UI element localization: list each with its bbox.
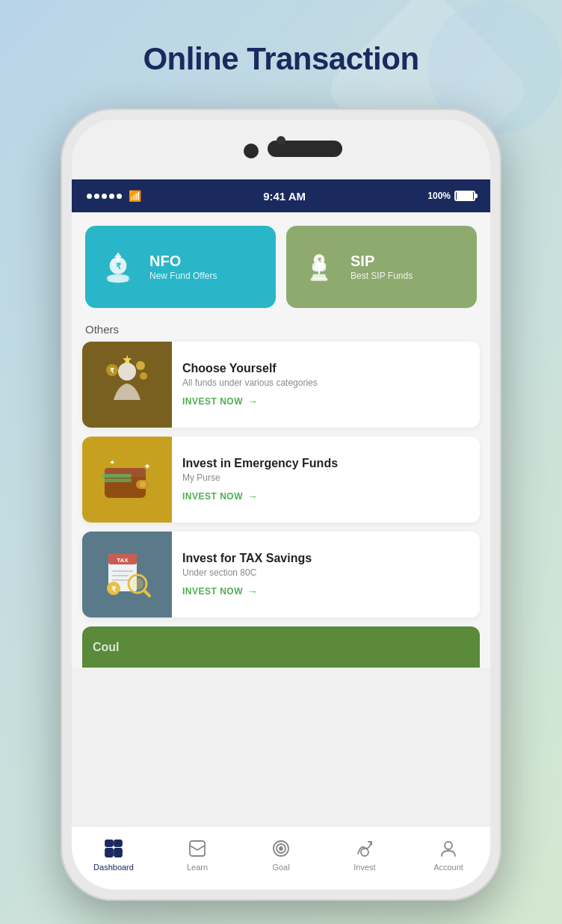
list-item[interactable]: ₹ Choose Yourself All funds under variou…	[82, 342, 480, 428]
arrow-icon: →	[247, 395, 259, 407]
goal-label: Goal	[272, 863, 289, 872]
svg-line-32	[144, 591, 149, 596]
emergency-item-body: Invest in Emergency Funds My Purse INVES…	[172, 437, 348, 523]
invest-label: Invest	[353, 863, 375, 872]
svg-rect-28	[112, 575, 129, 576]
sidebar-item-account[interactable]: Account	[407, 838, 490, 872]
svg-rect-3	[311, 278, 328, 281]
battery-icon	[454, 191, 475, 201]
sidebar-item-goal[interactable]: Goal	[239, 838, 323, 872]
page-title: Online Transaction	[0, 41, 562, 77]
svg-rect-20	[103, 478, 132, 482]
tax-title: Invest for TAX Savings	[182, 552, 312, 565]
nfo-card[interactable]: ₹ NFO New Fund Offers	[85, 226, 276, 308]
goal-icon	[271, 838, 291, 859]
tax-item-body: Invest for TAX Savings Under section 80C…	[172, 532, 322, 617]
sip-title: SIP	[351, 253, 413, 269]
partial-item-text: Coul	[93, 641, 120, 654]
dashboard-label: Dashboard	[93, 863, 134, 872]
learn-label: Learn	[187, 863, 208, 872]
svg-point-9	[118, 363, 136, 381]
svg-point-18	[140, 481, 146, 487]
svg-rect-19	[102, 474, 132, 478]
svg-text:✦: ✦	[109, 458, 115, 466]
nfo-subtitle: New Fund Offers	[149, 271, 217, 281]
tax-icon: TAX RETURN ₹	[82, 532, 172, 617]
wifi-icon: 📶	[129, 190, 141, 202]
arrow-icon: →	[247, 490, 259, 502]
nfo-card-text: NFO New Fund Offers	[149, 253, 217, 281]
svg-rect-37	[105, 848, 113, 857]
sip-card[interactable]: ₹ SIP Best SIP Funds	[286, 226, 477, 308]
svg-text:TAX: TAX	[117, 557, 129, 564]
svg-text:✦: ✦	[143, 461, 151, 472]
choose-icon: ₹	[82, 342, 172, 428]
emergency-icon: ✦ ✦	[82, 437, 172, 523]
svg-point-12	[136, 361, 145, 370]
svg-text:RETURN: RETURN	[111, 564, 133, 570]
arrow-icon: →	[247, 585, 259, 597]
sip-card-text: SIP Best SIP Funds	[351, 253, 413, 281]
others-label: Others	[72, 315, 490, 342]
svg-rect-38	[114, 848, 122, 857]
choose-subtitle: All funds under various categories	[182, 378, 318, 388]
bottom-nav: Dashboard Learn	[72, 826, 490, 890]
status-bar: 📶 9:41 AM 100%	[72, 179, 490, 212]
svg-rect-39	[190, 841, 205, 856]
app-content: ₹ NFO New Fund Offers	[72, 212, 490, 668]
svg-rect-35	[105, 840, 113, 846]
tax-cta-text: INVEST NOW	[182, 586, 243, 597]
svg-text:₹: ₹	[111, 585, 117, 594]
account-label: Account	[433, 863, 463, 872]
emergency-subtitle: My Purse	[182, 472, 338, 483]
learn-icon	[187, 838, 208, 859]
tax-invest-btn[interactable]: INVEST NOW →	[182, 585, 312, 597]
svg-rect-27	[112, 570, 133, 572]
front-camera-icon	[244, 144, 259, 158]
choose-invest-btn[interactable]: INVEST NOW →	[182, 395, 318, 407]
choose-title: Choose Yourself	[182, 362, 318, 375]
svg-text:₹: ₹	[116, 262, 122, 271]
dashboard-icon	[103, 838, 124, 859]
list-item[interactable]: ✦ ✦ Invest in Emergency Funds My Purse I…	[82, 437, 480, 523]
list-container: ₹ Choose Yourself All funds under variou…	[72, 342, 490, 617]
sidebar-item-learn[interactable]: Learn	[155, 838, 239, 872]
svg-point-42	[280, 847, 282, 850]
sidebar-item-invest[interactable]: Invest	[323, 838, 407, 872]
list-item[interactable]: TAX RETURN ₹	[82, 532, 480, 617]
svg-point-43	[361, 848, 368, 856]
signal-area: 📶	[87, 190, 141, 202]
svg-text:₹: ₹	[110, 367, 114, 375]
phone-top-bar	[72, 120, 490, 179]
partial-list-item: Coul	[82, 626, 480, 668]
battery-area: 100%	[427, 191, 475, 201]
camera-dot-icon	[277, 136, 285, 145]
svg-rect-36	[114, 840, 122, 846]
status-time: 9:41 AM	[263, 190, 306, 203]
nfo-title: NFO	[149, 253, 217, 269]
svg-point-13	[140, 372, 147, 380]
account-icon	[438, 838, 459, 859]
top-cards-row: ₹ NFO New Fund Offers	[72, 212, 490, 315]
svg-point-45	[445, 842, 452, 849]
emergency-cta-text: INVEST NOW	[182, 491, 243, 502]
emergency-invest-btn[interactable]: INVEST NOW →	[182, 490, 338, 502]
battery-text: 100%	[427, 191, 451, 201]
choose-item-body: Choose Yourself All funds under various …	[172, 342, 328, 428]
invest-icon	[354, 838, 375, 859]
choose-cta-text: INVEST NOW	[182, 396, 243, 407]
phone-shell: 📶 9:41 AM 100%	[61, 108, 501, 901]
tax-subtitle: Under section 80C	[182, 567, 312, 578]
emergency-title: Invest in Emergency Funds	[182, 457, 338, 470]
nfo-icon: ₹	[97, 246, 139, 288]
sip-subtitle: Best SIP Funds	[351, 271, 413, 281]
sip-icon: ₹	[298, 246, 340, 288]
sidebar-item-dashboard[interactable]: Dashboard	[72, 838, 155, 872]
svg-point-31	[132, 578, 143, 590]
signal-dots	[87, 194, 122, 199]
